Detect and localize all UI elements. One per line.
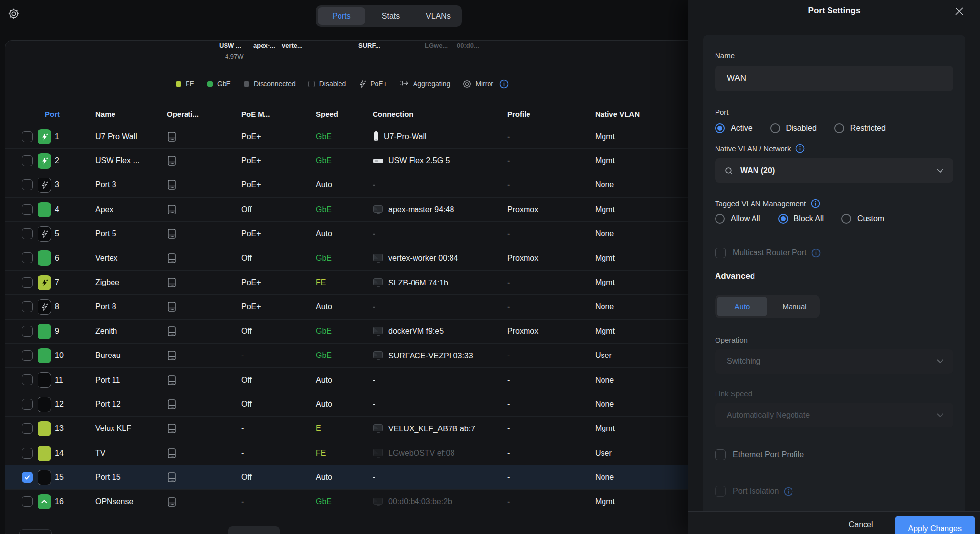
info-icon[interactable] — [811, 199, 820, 208]
port-number: 8 — [55, 302, 59, 311]
column-poe-mode[interactable]: PoE M... — [241, 110, 270, 118]
device-icon — [167, 448, 177, 459]
column-operation[interactable]: Operati... — [167, 110, 199, 118]
aggregating-icon — [400, 80, 409, 87]
row-checkbox[interactable] — [22, 204, 33, 215]
speed: GbE — [316, 327, 332, 336]
access-point-icon — [373, 131, 379, 142]
computer-icon — [373, 424, 384, 434]
multicast-router-port-checkbox[interactable]: Multicast Router Port — [715, 248, 953, 258]
apply-changes-button[interactable]: Apply Changes — [895, 516, 975, 534]
device-icon — [167, 497, 177, 507]
row-checkbox[interactable] — [22, 131, 33, 142]
radio-active[interactable]: Active — [715, 123, 753, 133]
radio-disabled[interactable]: Disabled — [770, 123, 817, 133]
profile: - — [507, 424, 510, 433]
row-checkbox[interactable] — [22, 179, 33, 190]
radio-custom[interactable]: Custom — [841, 214, 884, 224]
port-name: Bureau — [95, 351, 121, 360]
profile: - — [507, 180, 510, 189]
column-name[interactable]: Name — [95, 110, 115, 118]
profile: - — [507, 498, 510, 506]
row-checkbox[interactable] — [22, 448, 33, 459]
port-status-icon — [38, 129, 51, 144]
name-input[interactable] — [715, 66, 953, 91]
speed: GbE — [316, 205, 332, 214]
port-status-icon — [38, 202, 51, 217]
column-speed[interactable]: Speed — [316, 110, 338, 118]
tab-stats[interactable]: Stats — [367, 7, 415, 25]
checkbox — [715, 449, 726, 460]
search-icon — [725, 167, 733, 175]
cancel-button[interactable]: Cancel — [849, 516, 873, 534]
pagination-arrows[interactable] — [19, 529, 52, 534]
operation-select[interactable]: Switching — [715, 349, 953, 374]
switch-port-label: LGwe... — [425, 42, 448, 49]
link-speed-select[interactable]: Automatically Negotiate — [715, 403, 953, 427]
device-icon — [167, 472, 177, 483]
connection: U7-Pro-Wall — [373, 131, 427, 142]
legend-info-icon[interactable] — [499, 79, 509, 89]
port-name: Port 3 — [95, 180, 116, 189]
column-port[interactable]: Port — [45, 110, 60, 118]
row-checkbox[interactable] — [22, 350, 33, 361]
info-icon[interactable] — [795, 144, 805, 153]
poe-mode: Off — [241, 254, 252, 263]
name-label: Name — [715, 51, 953, 60]
port-name: Port 5 — [95, 229, 116, 238]
row-checkbox[interactable] — [22, 252, 33, 263]
profile: Proxmox — [507, 205, 538, 214]
connection: SURFACE-VEZPI 03:33 — [373, 351, 473, 361]
native-vlan-select[interactable]: WAN (20) — [715, 158, 953, 183]
column-profile[interactable]: Profile — [507, 110, 530, 118]
radio-dot — [770, 123, 780, 133]
device-icon — [167, 253, 177, 264]
settings-gear-icon[interactable] — [7, 7, 21, 21]
info-icon[interactable] — [784, 487, 793, 496]
poe-mode: - — [241, 351, 244, 360]
profile: - — [507, 229, 510, 238]
mode-manual[interactable]: Manual — [769, 297, 820, 316]
column-native-vlan[interactable]: Native VLAN — [595, 110, 640, 118]
row-checkbox[interactable] — [22, 399, 33, 410]
native-vlan: User — [595, 449, 612, 458]
legend-item: Mirror — [463, 80, 493, 88]
native-vlan: None — [595, 229, 614, 238]
port-isolation-checkbox[interactable]: Port Isolation — [715, 486, 953, 497]
link-speed-label: Link Speed — [715, 390, 953, 398]
poe-mode: Off — [241, 400, 252, 409]
close-icon[interactable] — [954, 6, 964, 16]
row-checkbox[interactable] — [22, 374, 33, 385]
native-vlan: None — [595, 473, 614, 482]
connection: 00:d0:b4:03:be:2b — [373, 497, 452, 507]
legend-item: Disabled — [308, 80, 346, 88]
legend-item: FE — [176, 80, 194, 88]
radio-allow-all[interactable]: Allow All — [715, 214, 760, 224]
row-checkbox[interactable] — [22, 277, 33, 288]
radio-block-all[interactable]: Block All — [778, 214, 824, 224]
port-name: TV — [95, 449, 105, 458]
ethernet-port-profile-checkbox[interactable]: Ethernet Port Profile — [715, 449, 953, 460]
mode-auto[interactable]: Auto — [717, 297, 767, 316]
row-checkbox[interactable] — [22, 496, 33, 507]
device-icon — [167, 301, 177, 312]
row-checkbox[interactable] — [22, 423, 33, 434]
row-checkbox[interactable] — [22, 326, 33, 337]
port-number: 9 — [55, 327, 59, 336]
page-size-selector[interactable] — [228, 526, 280, 534]
tab-ports[interactable]: Ports — [318, 7, 365, 25]
row-checkbox[interactable] — [22, 301, 33, 312]
column-connection[interactable]: Connection — [373, 110, 414, 118]
tab-vlans[interactable]: VLANs — [415, 7, 462, 25]
row-checkbox[interactable] — [22, 155, 33, 166]
port-status-icon — [38, 494, 51, 509]
port-number: 7 — [55, 278, 59, 287]
speed: Auto — [316, 473, 332, 482]
row-checkbox[interactable] — [22, 472, 33, 483]
info-icon[interactable] — [811, 249, 821, 258]
radio-restricted[interactable]: Restricted — [834, 123, 886, 133]
tagged-vlan-label: Tagged VLAN Management — [715, 199, 953, 208]
port-status-icon — [38, 299, 51, 315]
row-checkbox[interactable] — [22, 228, 33, 239]
port-number: 14 — [55, 449, 64, 458]
